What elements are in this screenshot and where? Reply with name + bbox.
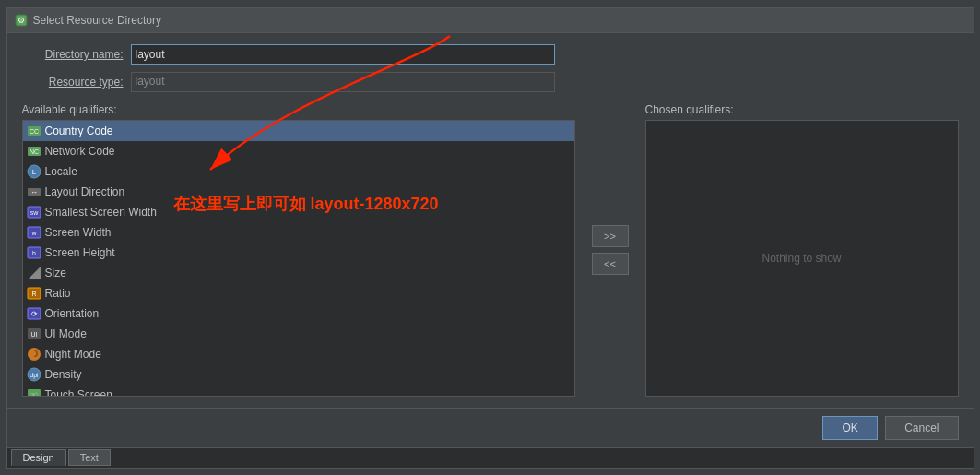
qualifier-item-orientation[interactable]: ⟳Orientation: [23, 303, 574, 324]
qualifiers-section: Available qualifiers: CCCountry CodeNCNe…: [22, 103, 959, 397]
qualifier-item-screen-height[interactable]: hScreen Height: [23, 243, 574, 263]
qualifier-item-country-code[interactable]: CCCountry Code: [23, 121, 574, 141]
dialog-select-resource-directory: ⚙ Select Resource Directory Directory na…: [6, 7, 974, 469]
qualifier-item-ui-mode[interactable]: UIUI Mode: [23, 324, 574, 344]
qualifier-label-ui-mode: UI Mode: [45, 327, 87, 340]
qualifier-label-screen-width: Screen Width: [45, 226, 112, 239]
qualifier-label-density: Density: [45, 368, 82, 381]
qualifier-icon-country-code: CC: [27, 124, 41, 138]
svg-marker-16: [28, 267, 41, 279]
tab-text[interactable]: Text: [68, 449, 111, 466]
qualifier-list-container: CCCountry CodeNCNetwork CodeLLocale↔Layo…: [22, 120, 575, 397]
svg-text:R: R: [31, 291, 36, 297]
qualifier-icon-layout-direction: ↔: [27, 184, 41, 199]
directory-name-input[interactable]: [131, 44, 555, 65]
qualifier-icon-orientation: ⟳: [27, 306, 41, 321]
svg-text:↔: ↔: [30, 188, 38, 196]
qualifier-label-layout-direction: Layout Direction: [45, 185, 125, 198]
middle-buttons: >> <<: [583, 103, 638, 397]
qualifier-icon-locale: L: [27, 164, 41, 179]
chosen-qualifiers-label: Chosen qualifiers:: [645, 103, 959, 116]
qualifier-label-locale: Locale: [45, 165, 77, 178]
qualifier-item-touch-screen[interactable]: ☜Touch Screen: [23, 385, 574, 397]
chosen-list: Nothing to show: [645, 120, 959, 397]
dialog-body: Directory name: Resource type: layout Av…: [7, 33, 974, 408]
dialog-footer: OK Cancel: [7, 408, 974, 447]
ok-button[interactable]: OK: [822, 416, 878, 440]
available-qualifiers-panel: Available qualifiers: CCCountry CodeNCNe…: [22, 103, 575, 397]
qualifier-item-network-code[interactable]: NCNetwork Code: [23, 141, 574, 161]
svg-text:☽: ☽: [30, 349, 38, 359]
qualifier-label-size: Size: [45, 267, 66, 279]
svg-text:CC: CC: [29, 128, 38, 135]
remove-qualifier-button[interactable]: <<: [592, 253, 629, 275]
qualifier-label-orientation: Orientation: [45, 307, 100, 320]
qualifier-icon-size: [27, 266, 41, 280]
qualifier-icon-screen-width: w: [27, 225, 41, 240]
svg-text:NC: NC: [29, 148, 38, 155]
qualifier-label-network-code: Network Code: [45, 145, 115, 158]
qualifier-list[interactable]: CCCountry CodeNCNetwork CodeLLocale↔Layo…: [22, 120, 575, 397]
chosen-qualifiers-panel: Chosen qualifiers: Nothing to show: [645, 103, 959, 397]
directory-name-row: Directory name:: [22, 44, 959, 65]
qualifier-label-night-mode: Night Mode: [45, 348, 101, 361]
qualifier-icon-touch-screen: ☜: [27, 387, 41, 397]
qualifier-icon-ratio: R: [27, 286, 41, 301]
title-bar: ⚙ Select Resource Directory: [7, 8, 974, 33]
qualifier-icon-density: dpi: [27, 367, 41, 382]
qualifier-item-screen-width[interactable]: wScreen Width: [23, 222, 574, 243]
qualifier-icon-night-mode: ☽: [27, 347, 41, 362]
available-qualifiers-label: Available qualifiers:: [22, 103, 575, 116]
svg-text:h: h: [32, 250, 36, 256]
qualifier-item-size[interactable]: Size: [23, 263, 574, 283]
title-bar-icon: ⚙: [15, 14, 28, 27]
qualifier-item-locale[interactable]: LLocale: [23, 161, 574, 182]
resource-type-label: Resource type:: [22, 76, 124, 89]
svg-text:dpi: dpi: [30, 372, 39, 379]
qualifier-icon-ui-mode: UI: [27, 327, 41, 341]
qualifier-item-night-mode[interactable]: ☽Night Mode: [23, 344, 574, 364]
qualifier-label-smallest-screen-width: Smallest Screen Width: [45, 206, 157, 219]
svg-text:L: L: [31, 168, 36, 176]
qualifier-item-layout-direction[interactable]: ↔Layout Direction: [23, 182, 574, 202]
resource-type-display: layout: [131, 72, 555, 92]
title-bar-text: Select Resource Directory: [33, 14, 161, 27]
svg-text:UI: UI: [30, 331, 37, 338]
svg-text:⚙: ⚙: [18, 16, 25, 25]
qualifier-item-smallest-screen-width[interactable]: swSmallest Screen Width: [23, 202, 574, 222]
bottom-bar: Design Text: [7, 447, 974, 468]
directory-name-label: Directory name:: [22, 48, 124, 61]
svg-text:w: w: [30, 230, 37, 236]
cancel-button[interactable]: Cancel: [885, 416, 958, 440]
tab-design[interactable]: Design: [11, 449, 66, 466]
qualifier-icon-screen-height: h: [27, 245, 41, 260]
svg-text:⟳: ⟳: [30, 310, 37, 318]
resource-type-row: Resource type: layout: [22, 72, 959, 92]
qualifier-item-ratio[interactable]: RRatio: [23, 283, 574, 303]
nothing-to-show-text: Nothing to show: [762, 252, 841, 265]
qualifier-icon-network-code: NC: [27, 144, 41, 159]
qualifier-label-touch-screen: Touch Screen: [45, 388, 112, 397]
qualifier-label-screen-height: Screen Height: [45, 246, 115, 259]
svg-text:☜: ☜: [30, 390, 38, 397]
qualifier-icon-smallest-screen-width: sw: [27, 205, 41, 220]
qualifier-item-density[interactable]: dpiDensity: [23, 364, 574, 385]
qualifier-label-country-code: Country Code: [45, 125, 113, 137]
svg-text:sw: sw: [30, 209, 39, 216]
qualifier-label-ratio: Ratio: [45, 287, 71, 300]
add-qualifier-button[interactable]: >>: [592, 225, 629, 247]
